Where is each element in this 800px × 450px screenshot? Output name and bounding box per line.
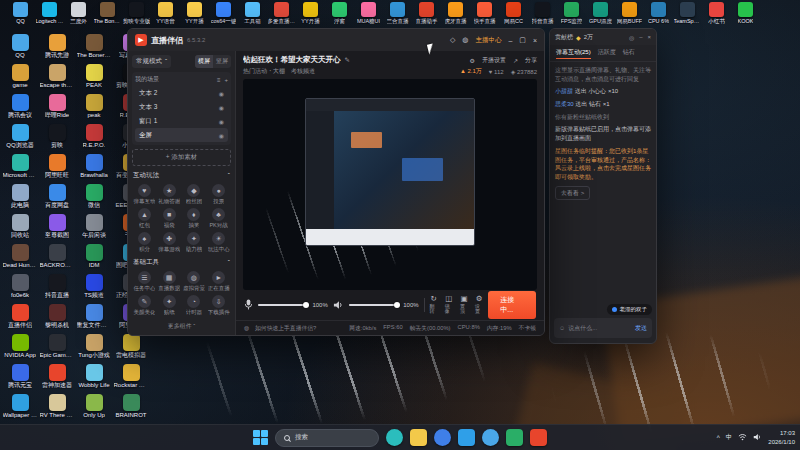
desktop-shortcut-24[interactable]: 雷神加速器 (39, 364, 75, 394)
chat-tab-2[interactable]: 钻石 (623, 48, 635, 59)
panel-close-button[interactable]: × (647, 34, 651, 41)
desktop-shortcut-29[interactable]: R.E.P.O. (76, 124, 112, 154)
eye-icon[interactable]: ◉ (219, 90, 224, 97)
taskbar-clock[interactable]: 17:03 2026/1/10 (768, 429, 795, 445)
desktop-shortcut-5[interactable]: 此电脑 (2, 184, 38, 214)
scene-item[interactable]: 窗口 1◉ (135, 114, 228, 128)
more-components-button[interactable]: 更多组件 ˇ (132, 322, 231, 331)
top-shortcut-19[interactable]: FPS监控 (557, 2, 586, 24)
desktop-shortcut-35[interactable]: 重复文件清理 (76, 304, 112, 334)
start-button[interactable] (253, 430, 268, 445)
top-shortcut-14[interactable]: 直播助手 (412, 2, 441, 24)
volume-icon[interactable] (753, 433, 762, 442)
interact-item-7[interactable]: ♣PK对战 (206, 208, 231, 229)
top-shortcut-1[interactable]: Logitech G HUB (35, 2, 64, 24)
tool-item-0[interactable]: ☰任务中心 (132, 271, 157, 292)
eye-icon[interactable]: ◉ (219, 132, 224, 139)
desktop-shortcut-0[interactable]: QQ (2, 34, 38, 64)
ime-indicator[interactable]: 中 (726, 433, 733, 442)
desktop-shortcut-34[interactable]: TS频道 (76, 274, 112, 304)
tray-chevron-up-icon[interactable]: ^ (717, 434, 720, 441)
store-icon[interactable] (458, 429, 475, 446)
desktop-shortcut-6[interactable]: 回收站 (2, 214, 38, 244)
chat-message-gift[interactable]: 思柔30 送出 钻石 ×1 (555, 100, 651, 109)
top-shortcut-12[interactable]: MUA糖UI (354, 2, 383, 24)
interact-item-1[interactable]: ★礼物答谢 (157, 184, 182, 205)
top-shortcut-4[interactable]: 剪映专业版 (122, 2, 151, 24)
interact-item-2[interactable]: ◆粉丝团 (182, 184, 207, 205)
contribution-board-label[interactable]: 贡献榜 (555, 33, 573, 42)
desktop-shortcut-18[interactable]: 百度网盘 (39, 184, 75, 214)
desktop-shortcut-26[interactable]: The Bonerooms (76, 34, 112, 64)
desktop-shortcut-2[interactable]: 腾讯会议 (2, 94, 38, 124)
share-button[interactable]: 分享 (525, 56, 537, 65)
chat-tab-1[interactable]: 活跃度 (598, 48, 616, 59)
control-button-3[interactable]: ⚙设置 (475, 295, 483, 314)
wechat-icon[interactable] (506, 429, 523, 446)
collapse-icon[interactable]: ˇ (228, 259, 230, 266)
top-shortcut-20[interactable]: GPU温度 (586, 2, 615, 24)
desktop-shortcut-38[interactable]: Only Up (76, 394, 112, 424)
top-shortcut-7[interactable]: cos64一键 (209, 2, 238, 24)
desktop-shortcut-27[interactable]: PEAK (76, 64, 112, 94)
panel-minimize-button[interactable]: – (639, 34, 642, 41)
desktop-shortcut-14[interactable]: Escape the Backrooms (39, 64, 75, 94)
collapse-icon[interactable]: ˇ (228, 172, 230, 179)
tool-item-5[interactable]: ✦贴纸 (157, 295, 182, 316)
add-material-button[interactable]: + 添加素材 (132, 149, 231, 166)
emoji-icon[interactable]: ☺ (559, 325, 565, 331)
top-shortcut-15[interactable]: 虎牙直播 (441, 2, 470, 24)
anchor-center-link[interactable]: 主播中心 (475, 36, 501, 45)
top-shortcut-18[interactable]: 抖音直播 (528, 2, 557, 24)
top-shortcut-2[interactable]: 三度外 (64, 2, 93, 24)
top-shortcut-6[interactable]: YY开播 (180, 2, 209, 24)
desktop-shortcut-32[interactable]: 午后闲谈 (76, 214, 112, 244)
desktop-shortcut-4[interactable]: Microsoft Edge (2, 154, 38, 184)
gift-icon[interactable]: ◇ (450, 36, 455, 44)
desktop-shortcut-36[interactable]: Tung小游戏 (76, 334, 112, 364)
close-button[interactable]: × (533, 37, 537, 44)
eye-icon[interactable]: ◉ (219, 104, 224, 111)
desktop-shortcut-1[interactable]: game (2, 64, 38, 94)
desktop-shortcut-8[interactable]: fo0e6k (2, 274, 38, 304)
tool-item-3[interactable]: ►正在直播 (206, 271, 231, 292)
top-shortcut-16[interactable]: 快手直播 (470, 2, 499, 24)
top-shortcut-11[interactable]: 浮窗 (325, 2, 354, 24)
tool-item-1[interactable]: ▦直播数据 (157, 271, 182, 292)
desktop-shortcut-19[interactable]: 至尊截图 (39, 214, 75, 244)
desktop-shortcut-20[interactable]: BACKROOMS (39, 244, 75, 274)
top-shortcut-22[interactable]: CPU 6% (644, 2, 673, 24)
broadcast-settings-button[interactable]: 开播设置 (482, 56, 506, 65)
stream-preview[interactable] (243, 79, 537, 290)
top-shortcut-21[interactable]: 网易BUFF (615, 2, 644, 24)
top-shortcut-17[interactable]: 网易CC (499, 2, 528, 24)
interact-item-10[interactable]: ✦助力榜 (182, 232, 207, 253)
orientation-portrait[interactable]: 竖屏 (213, 55, 231, 68)
chat-input[interactable]: ☺ 说点什么... 发送 (554, 318, 652, 338)
copilot-icon[interactable] (386, 429, 403, 446)
interact-item-6[interactable]: ♦抽奖 (182, 208, 207, 229)
tool-item-7[interactable]: ⇩下载插件 (206, 295, 231, 316)
latest-message-pill[interactable]: 老湿的双子 (607, 304, 653, 315)
chat-message-link[interactable]: 去看看 > (555, 186, 590, 201)
desktop-shortcut-9[interactable]: 直播伴侣 (2, 304, 38, 334)
help-icon[interactable]: ◍ (462, 36, 468, 44)
desktop-shortcut-17[interactable]: 阿里旺旺 (39, 154, 75, 184)
top-shortcut-3[interactable]: The Bonerooms (93, 2, 122, 24)
pin-icon[interactable]: ◎ (629, 34, 634, 41)
minimize-button[interactable]: – (508, 37, 512, 44)
control-button-0[interactable]: ↻翻转 (429, 295, 437, 314)
taskbar-search[interactable]: 搜索 (275, 429, 379, 447)
control-button-2[interactable]: ▣置顶 (460, 295, 468, 314)
top-shortcut-0[interactable]: QQ (6, 2, 35, 24)
interact-item-3[interactable]: ●投票 (206, 184, 231, 205)
send-button[interactable]: 发送 (635, 324, 647, 333)
edge-icon[interactable] (434, 429, 451, 446)
system-volume-slider[interactable] (349, 304, 398, 306)
desktop-shortcut-31[interactable]: 微信 (76, 184, 112, 214)
desktop-shortcut-37[interactable]: Wobbly Life (76, 364, 112, 394)
scene-sort-icon[interactable]: ≡ (217, 77, 221, 83)
live-companion-icon[interactable] (530, 429, 547, 446)
desktop-shortcut-11[interactable]: 腾讯元宝 (2, 364, 38, 394)
speaker-icon[interactable] (333, 296, 344, 314)
